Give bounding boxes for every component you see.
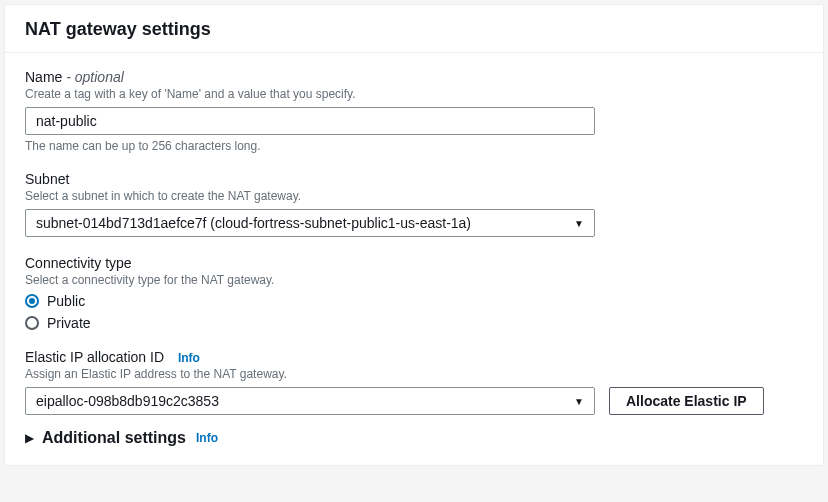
- subnet-selected-value: subnet-014bd713d1aefce7f (cloud-fortress…: [36, 215, 471, 231]
- panel-body: Name - optional Create a tag with a key …: [5, 53, 823, 465]
- elastic-ip-label: Elastic IP allocation ID: [25, 349, 164, 365]
- name-optional-suffix: - optional: [62, 69, 123, 85]
- caret-down-icon: ▼: [574, 396, 584, 407]
- name-field: Name - optional Create a tag with a key …: [25, 69, 803, 153]
- subnet-select[interactable]: subnet-014bd713d1aefce7f (cloud-fortress…: [25, 209, 595, 237]
- connectivity-public-label: Public: [47, 293, 85, 309]
- connectivity-radio-private[interactable]: Private: [25, 315, 803, 331]
- name-description: Create a tag with a key of 'Name' and a …: [25, 87, 803, 101]
- additional-settings-expander[interactable]: ▶ Additional settings Info: [25, 429, 803, 447]
- nat-gateway-settings-panel: NAT gateway settings Name - optional Cre…: [4, 4, 824, 466]
- elastic-ip-select[interactable]: eipalloc-098b8db919c2c3853 ▼: [25, 387, 595, 415]
- connectivity-field: Connectivity type Select a connectivity …: [25, 255, 803, 331]
- elastic-ip-field: Elastic IP allocation ID Info Assign an …: [25, 349, 803, 415]
- name-constraint: The name can be up to 256 characters lon…: [25, 139, 803, 153]
- elastic-ip-selected-value: eipalloc-098b8db919c2c3853: [36, 393, 219, 409]
- radio-selected-icon: [25, 294, 39, 308]
- additional-settings-label: Additional settings: [42, 429, 186, 447]
- name-input[interactable]: [25, 107, 595, 135]
- name-label: Name - optional: [25, 69, 803, 85]
- additional-settings-info-link[interactable]: Info: [196, 431, 218, 445]
- subnet-field: Subnet Select a subnet in which to creat…: [25, 171, 803, 237]
- caret-down-icon: ▼: [574, 218, 584, 229]
- connectivity-label: Connectivity type: [25, 255, 803, 271]
- elastic-ip-label-row: Elastic IP allocation ID Info: [25, 349, 803, 365]
- elastic-ip-info-link[interactable]: Info: [178, 351, 200, 365]
- elastic-ip-row: eipalloc-098b8db919c2c3853 ▼ Allocate El…: [25, 387, 803, 415]
- radio-unselected-icon: [25, 316, 39, 330]
- panel-title: NAT gateway settings: [25, 19, 803, 40]
- connectivity-radio-group: Public Private: [25, 293, 803, 331]
- elastic-ip-description: Assign an Elastic IP address to the NAT …: [25, 367, 803, 381]
- subnet-description: Select a subnet in which to create the N…: [25, 189, 803, 203]
- allocate-elastic-ip-button[interactable]: Allocate Elastic IP: [609, 387, 764, 415]
- connectivity-private-label: Private: [47, 315, 91, 331]
- subnet-label: Subnet: [25, 171, 803, 187]
- panel-header: NAT gateway settings: [5, 5, 823, 53]
- caret-right-icon: ▶: [25, 431, 34, 445]
- name-label-text: Name: [25, 69, 62, 85]
- connectivity-description: Select a connectivity type for the NAT g…: [25, 273, 803, 287]
- connectivity-radio-public[interactable]: Public: [25, 293, 803, 309]
